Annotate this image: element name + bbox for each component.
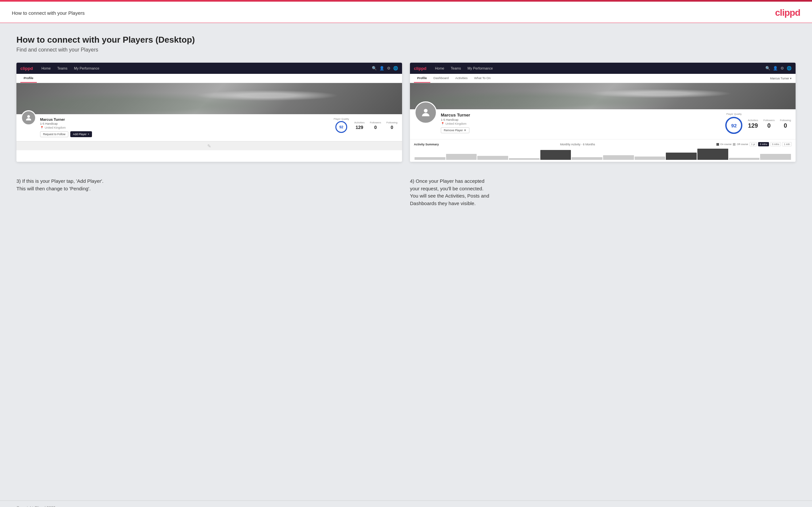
right-quality-circle: 92 xyxy=(725,117,742,134)
left-nav-my-performance[interactable]: My Performance xyxy=(70,63,102,74)
right-stat-following: Following 0 xyxy=(780,119,791,129)
right-following-value: 0 xyxy=(780,122,791,129)
clippd-logo: clippd xyxy=(775,8,800,18)
right-stat-followers: Followers 0 xyxy=(763,119,774,129)
page-header: How to connect with your Players clippd xyxy=(0,2,812,23)
right-nav-icons: 🔍 👤 ⚙ 🌐 xyxy=(765,66,792,70)
legend-on-course: On course xyxy=(716,143,732,146)
left-quality-wrap: Player Quality 92 xyxy=(334,117,349,133)
right-quality-label: Player Quality xyxy=(725,113,742,115)
left-app-logo: clippd xyxy=(20,66,33,71)
remove-icon: ✕ xyxy=(464,129,466,132)
left-stat-followers: Followers 0 xyxy=(370,121,381,130)
right-app-navbar: clippd Home Teams My Performance 🔍 👤 ⚙ 🌐 xyxy=(410,63,796,74)
period-6mths-button[interactable]: 6 mths xyxy=(758,142,769,146)
left-activities-value: 129 xyxy=(354,125,365,130)
left-nav-teams[interactable]: Teams xyxy=(54,63,70,74)
left-quality-label: Player Quality xyxy=(334,117,349,120)
right-avatar xyxy=(414,101,437,124)
left-profile-info: Marcus Turner 1-5 Handicap 📍 United King… xyxy=(40,117,330,137)
left-nav-home[interactable]: Home xyxy=(38,63,54,74)
period-1mth-button[interactable]: 1 mth xyxy=(782,142,792,146)
breadcrumb: How to connect with your Players xyxy=(12,10,85,16)
right-followers-label: Followers xyxy=(763,119,774,122)
bar-7 xyxy=(603,155,634,160)
footer-text: Copyright Clippd 2022 xyxy=(16,506,55,507)
remove-player-button[interactable]: Remove Player ✕ xyxy=(441,127,469,133)
right-quality-wrap: Player Quality 92 xyxy=(725,113,742,135)
request-follow-button[interactable]: Request to Follow xyxy=(40,131,68,137)
left-activities-label: Activities xyxy=(354,121,365,124)
activity-mini-chart xyxy=(414,148,792,160)
left-followers-label: Followers xyxy=(370,121,381,124)
right-caption-text: 4) Once your Player has accepted your re… xyxy=(410,177,796,207)
left-caption-text: 3) If this is your Player tap, 'Add Play… xyxy=(16,177,402,192)
left-profile-section: Marcus Turner 1-5 Handicap 📍 United King… xyxy=(16,114,402,141)
tab-profile-left[interactable]: Profile xyxy=(20,74,37,83)
right-profile-icon[interactable]: 👤 xyxy=(773,66,778,70)
right-search-icon[interactable]: 🔍 xyxy=(765,66,770,70)
period-1yr-button[interactable]: 1 yr xyxy=(750,142,757,146)
activity-period-selector: On course Off course 1 yr 6 mths 3 mths … xyxy=(716,142,792,146)
activity-summary: Activity Summary Monthly Activity · 6 Mo… xyxy=(410,139,796,162)
bar-12 xyxy=(760,154,791,160)
bar-3 xyxy=(477,156,508,160)
activity-title: Activity Summary xyxy=(414,143,439,146)
add-player-button[interactable]: Add Player + xyxy=(70,131,92,137)
user-label-right: Marcus Turner ▾ xyxy=(770,74,792,83)
left-screenshot-divider: ✎ xyxy=(16,141,402,150)
right-stats-row: Player Quality 92 Activities 129 Followe… xyxy=(725,113,791,135)
screenshots-row: clippd Home Teams My Performance 🔍 👤 ⚙ 🌐… xyxy=(16,63,796,162)
bar-5 xyxy=(540,150,571,160)
left-golf-banner xyxy=(16,83,402,114)
bar-8 xyxy=(635,157,665,160)
tab-dashboard-right[interactable]: Dashboard xyxy=(430,74,452,83)
main-content: How to connect with your Players (Deskto… xyxy=(0,23,812,500)
left-profile-buttons: Request to Follow Add Player + xyxy=(40,131,330,137)
tab-profile-right[interactable]: Profile xyxy=(414,74,430,83)
svg-point-0 xyxy=(27,115,30,118)
right-nav-my-performance[interactable]: My Performance xyxy=(464,63,496,74)
settings-icon[interactable]: ⚙ xyxy=(387,66,391,70)
location-icon: 📍 xyxy=(40,126,44,129)
left-stat-following: Following 0 xyxy=(386,121,398,130)
bar-6 xyxy=(571,157,602,160)
tab-activities-right[interactable]: Activities xyxy=(452,74,471,83)
tab-what-to-on-right[interactable]: What To On xyxy=(471,74,494,83)
right-followers-value: 0 xyxy=(763,122,774,129)
right-nav-teams[interactable]: Teams xyxy=(447,63,464,74)
bar-9 xyxy=(666,153,697,160)
right-caption: 4) Once your Player has accepted your re… xyxy=(410,171,796,207)
right-screenshot: clippd Home Teams My Performance 🔍 👤 ⚙ 🌐… xyxy=(410,63,796,162)
left-screenshot: clippd Home Teams My Performance 🔍 👤 ⚙ 🌐… xyxy=(16,63,402,162)
left-stat-activities: Activities 129 xyxy=(354,121,365,130)
right-globe-icon[interactable]: 🌐 xyxy=(787,66,792,70)
right-player-name: Marcus Turner xyxy=(441,113,721,117)
right-nav-home[interactable]: Home xyxy=(432,63,447,74)
right-activities-label: Activities xyxy=(748,119,758,122)
left-banner-overlay xyxy=(16,83,402,114)
right-following-label: Following xyxy=(780,119,791,122)
right-settings-icon[interactable]: ⚙ xyxy=(780,66,784,70)
pen-icon: ✎ xyxy=(207,144,211,149)
left-app-navbar: clippd Home Teams My Performance 🔍 👤 ⚙ 🌐 xyxy=(16,63,402,74)
right-player-location: 📍 United Kingdom xyxy=(441,122,721,125)
off-course-dot xyxy=(733,143,735,146)
page-title: How to connect with your Players (Deskto… xyxy=(16,35,796,45)
left-stats-row: Player Quality 92 Activities 129 Followe… xyxy=(334,117,398,133)
right-activities-value: 129 xyxy=(748,122,758,129)
globe-icon[interactable]: 🌐 xyxy=(393,66,398,70)
right-player-handicap: 1-5 Handicap xyxy=(441,118,721,121)
bar-1 xyxy=(414,157,445,160)
search-icon[interactable]: 🔍 xyxy=(372,66,377,70)
activity-period-label: Monthly Activity · 6 Months xyxy=(560,143,595,146)
left-tabbar: Profile xyxy=(16,74,402,83)
profile-icon[interactable]: 👤 xyxy=(379,66,384,70)
left-caption: 3) If this is your Player tap, 'Add Play… xyxy=(16,171,402,207)
right-tabbar: Profile Dashboard Activities What To On … xyxy=(410,74,796,83)
left-player-location: 📍 United Kingdom xyxy=(40,126,330,129)
right-profile-info: Marcus Turner 1-5 Handicap 📍 United King… xyxy=(441,113,721,133)
period-3mths-button[interactable]: 3 mths xyxy=(770,142,781,146)
right-stat-activities: Activities 129 xyxy=(748,119,758,129)
bar-2 xyxy=(446,154,477,160)
